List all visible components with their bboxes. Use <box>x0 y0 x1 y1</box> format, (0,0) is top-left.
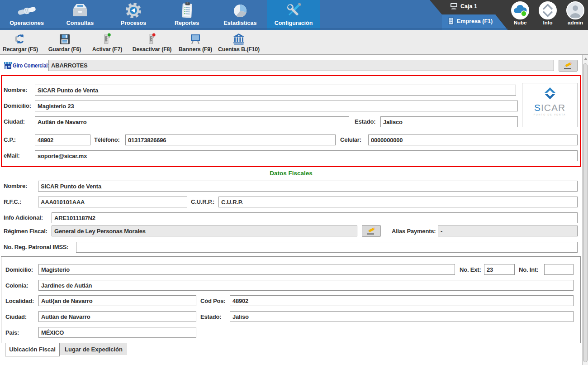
noint-field[interactable] <box>544 264 574 275</box>
tab-ubicacion-fiscal[interactable]: Ubicación Fiscal <box>5 343 60 356</box>
nube-button[interactable]: Nube <box>506 1 535 25</box>
nav-tab-label: Estadísticas <box>224 20 257 26</box>
guardar-button[interactable]: Guardar (F6) <box>48 32 81 53</box>
imss-label: No. Reg. Patronal IMSS: <box>4 244 68 250</box>
sicar-tagline: PUNTO DE VENTA <box>522 113 577 116</box>
telefono-label: Téléfono: <box>94 136 120 143</box>
admin-button[interactable]: admin <box>561 1 588 25</box>
colonia-field[interactable] <box>38 280 574 291</box>
giro-edit-button[interactable] <box>559 60 578 72</box>
ubi-estado-field[interactable] <box>230 311 574 322</box>
empresa-label: Empresa (F1) <box>457 18 493 24</box>
domicilio-field[interactable] <box>35 101 518 111</box>
noext-field[interactable] <box>484 264 515 275</box>
cp-label: C.P.: <box>4 136 16 143</box>
banner-board-icon <box>189 32 202 45</box>
vertical-scrollbar[interactable] <box>582 55 588 365</box>
codpos-field[interactable] <box>230 295 574 306</box>
nav-tab-operaciones[interactable]: Operaciones <box>0 0 53 29</box>
fiscal-nombre-field[interactable] <box>38 181 578 192</box>
celular-field[interactable] <box>368 134 578 145</box>
nav-tab-consultas[interactable]: Consultas <box>53 0 107 29</box>
email-label: eMail: <box>4 152 20 159</box>
datos-fiscales-title: Datos Fiscales <box>0 170 582 177</box>
recargar-label: Recargar (F5) <box>3 46 38 53</box>
alias-payments-label: Alias Payments: <box>392 228 436 235</box>
nombre-field[interactable] <box>35 85 516 96</box>
activate-list-icon <box>101 32 113 45</box>
nav-tab-estadisticas[interactable]: Estadísticas <box>213 0 267 29</box>
scroll-up-arrow[interactable] <box>584 58 588 60</box>
localidad-label: Localidad: <box>5 298 34 304</box>
desactivar-label: Desactivar (F8) <box>133 46 172 53</box>
cp-field[interactable] <box>35 134 90 145</box>
activar-button[interactable]: Activar (F7) <box>92 32 122 53</box>
cloud-icon <box>511 1 529 19</box>
regimen-field[interactable] <box>52 226 357 236</box>
info-diamond-icon <box>539 1 557 19</box>
codpos-label: Cód Pos: <box>200 298 225 304</box>
cuentas-button[interactable]: Cuentas B.(F10) <box>218 32 260 53</box>
ubi-estado-label: Estado: <box>200 313 221 320</box>
toolbar: Recargar (F5) Guardar (F6) <box>0 30 588 55</box>
tab-label: Lugar de Expedición <box>65 346 123 353</box>
banners-label: Banners (F9) <box>179 46 212 53</box>
estado-label: Estado: <box>355 118 375 125</box>
nav-tab-procesos[interactable]: Procesos <box>107 0 160 29</box>
nombre-label: Nombre: <box>4 86 27 93</box>
nav-tab-reportes[interactable]: Reportes <box>160 0 213 29</box>
regimen-label: Régimen Fiscal: <box>4 228 47 235</box>
info-adicional-label: Info Adicional: <box>4 214 43 221</box>
localidad-field[interactable] <box>38 295 196 306</box>
ubi-ciudad-label: Ciudad: <box>5 313 27 320</box>
telefono-field[interactable] <box>125 134 336 145</box>
giro-comercial-field[interactable] <box>48 60 554 71</box>
guardar-label: Guardar (F6) <box>48 46 81 53</box>
info-label: Info <box>533 20 562 25</box>
ubi-domicilio-field[interactable] <box>38 264 455 275</box>
ciudad-field[interactable] <box>35 116 349 127</box>
tab-lugar-expedicion[interactable]: Lugar de Expedición <box>60 343 127 355</box>
handshake-icon <box>16 1 37 20</box>
info-adicional-field[interactable] <box>52 212 578 223</box>
rfc-field[interactable] <box>38 197 187 207</box>
nav-right-area: Caja 1 Empresa (F1) Nube <box>407 0 588 30</box>
tools-icon <box>285 1 302 20</box>
alias-payments-field[interactable] <box>438 226 578 236</box>
sicar-diamond-icon <box>543 86 557 100</box>
nav-tab-label: Reportes <box>175 20 199 26</box>
nav-tab-configuracion[interactable]: Configuración <box>267 0 320 30</box>
email-field[interactable] <box>35 150 578 161</box>
save-icon <box>59 32 71 45</box>
caja-label: Caja 1 <box>460 3 477 10</box>
regimen-edit-button[interactable] <box>362 225 381 237</box>
curp-field[interactable] <box>218 197 578 207</box>
noext-label: No. Ext: <box>460 266 481 273</box>
pie-chart-icon <box>232 1 249 20</box>
banners-button[interactable]: Banners (F9) <box>179 32 212 53</box>
ubi-domicilio-label: Domicilio: <box>5 266 33 273</box>
empresa-button[interactable]: Empresa (F1) <box>448 17 502 25</box>
nav-bottom-line <box>0 29 507 29</box>
pais-label: País: <box>5 329 19 336</box>
user-avatar-icon <box>566 1 584 19</box>
curp-label: C.U.R.P.: <box>191 198 214 205</box>
ubi-ciudad-field[interactable] <box>38 311 196 322</box>
estado-field[interactable] <box>380 116 518 127</box>
nav-tab-label: Consultas <box>66 20 94 26</box>
rfc-label: R.F.C.: <box>4 198 21 205</box>
caja-indicator[interactable]: Caja 1 <box>450 3 491 10</box>
desactivar-button[interactable]: Desactivar (F8) <box>133 32 172 53</box>
giro-comercial-label: Giro Comercial: <box>13 62 49 69</box>
celular-label: Celular: <box>340 136 361 143</box>
pais-field[interactable] <box>38 327 196 338</box>
imss-field[interactable] <box>76 242 578 253</box>
info-button[interactable]: Info <box>533 1 562 25</box>
nav-tab-label: Procesos <box>121 20 146 26</box>
nav-tab-label: Configuración <box>275 20 313 26</box>
config-form: Giro Comercial: Nombre: SICAR PUNTO DE V… <box>0 55 588 365</box>
refresh-icon <box>14 32 27 45</box>
recargar-button[interactable]: Recargar (F5) <box>3 32 38 53</box>
store-icon <box>4 61 12 69</box>
scroll-thumb[interactable] <box>583 63 588 362</box>
